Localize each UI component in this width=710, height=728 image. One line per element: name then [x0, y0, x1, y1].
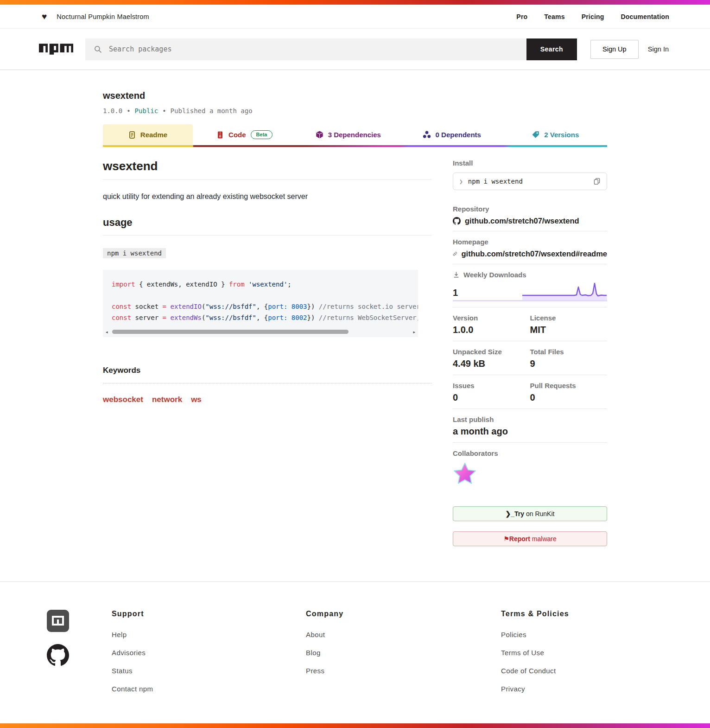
license-label: License: [530, 314, 608, 322]
copy-icon[interactable]: [593, 178, 601, 185]
total-files-value: 9: [530, 358, 608, 369]
footer-columns: SupportHelpAdvisoriesStatusContact npmCo…: [112, 610, 710, 723]
tab-readme[interactable]: Readme: [103, 124, 193, 145]
install-snippet: npm i wsextend: [103, 248, 166, 258]
footer-link[interactable]: About: [306, 631, 501, 639]
tab-dependencies[interactable]: 3 Dependencies: [297, 124, 400, 145]
site-name: Nocturnal Pumpkin Maelstrom: [57, 13, 149, 20]
homepage-link[interactable]: github.com/stretch07/wsextend#readme: [461, 249, 607, 258]
repository-section: Repository github.com/stretch07/wsextend: [453, 198, 607, 231]
search-form: Search: [85, 38, 577, 60]
version-license-section: Version 1.0.0 License MIT: [453, 307, 607, 341]
top-gradient-bar: [0, 0, 710, 5]
nav-teams[interactable]: Teams: [544, 13, 564, 20]
keyword-link[interactable]: ws: [191, 395, 202, 404]
footer-link[interactable]: Blog: [306, 649, 501, 657]
sign-in-link[interactable]: Sign In: [648, 45, 669, 53]
try-on-runkit-button[interactable]: ❯_Try on RunKit: [453, 506, 607, 521]
footer-link[interactable]: Code of Conduct: [501, 667, 710, 675]
bottom-gradient-bar: [0, 723, 710, 728]
package-version: 1.0.0: [103, 107, 122, 115]
github-footer-icon[interactable]: [47, 644, 69, 666]
footer-link[interactable]: Status: [112, 667, 306, 675]
beta-badge: Beta: [251, 130, 273, 139]
report-malware-button[interactable]: ⚑Report malware: [453, 531, 607, 546]
license-value: MIT: [530, 325, 608, 335]
footer-link[interactable]: Advisories: [112, 649, 306, 657]
code-block: import { extendWs, extendIO } from 'wsex…: [103, 270, 418, 337]
install-command: npm i wsextend: [468, 178, 523, 185]
scroll-left-arrow[interactable]: ◂: [106, 329, 108, 335]
package-tabs: Readme Code Beta 3 Dependencies: [103, 124, 607, 145]
package-name: wsextend: [103, 90, 607, 101]
footer-column-title: Terms & Policies: [501, 610, 710, 618]
search-box: [85, 38, 526, 60]
install-section: Install ❯ npm i wsextend: [453, 156, 607, 198]
size-files-section: Unpacked Size 4.49 kB Total Files 9: [453, 341, 607, 375]
footer-link[interactable]: Policies: [501, 631, 710, 639]
readme-description: quick utility for extending an already e…: [103, 192, 432, 201]
search-input[interactable]: [108, 45, 526, 54]
collaborator-avatar[interactable]: [453, 462, 477, 486]
downloads-baseline: [453, 300, 607, 301]
downloads-section: Weekly Downloads 1: [453, 264, 607, 307]
code-horizontal-scrollbar[interactable]: ◂ ▸: [106, 329, 415, 335]
readme-file-icon: [128, 131, 136, 139]
keywords-list: websocketnetworkws: [103, 395, 432, 404]
tab-versions[interactable]: 2 Versions: [504, 124, 608, 145]
main-content: wsextend 1.0.0•Public•Published a month …: [0, 70, 710, 581]
install-label: Install: [453, 159, 607, 167]
package-visibility: Public: [135, 107, 158, 115]
last-publish-section: Last publish a month ago: [453, 409, 607, 443]
footer-column: SupportHelpAdvisoriesStatusContact npm: [112, 610, 306, 723]
npm-footer-icon[interactable]: [47, 610, 69, 632]
last-publish-value: a month ago: [453, 426, 607, 437]
package-sidebar: Install ❯ npm i wsextend Repository: [453, 156, 607, 546]
tab-code[interactable]: Code Beta: [193, 124, 297, 145]
download-icon: [453, 271, 460, 278]
nav-pro[interactable]: Pro: [516, 13, 527, 20]
nav-pricing[interactable]: Pricing: [582, 13, 604, 20]
heart-icon: ♥: [42, 12, 47, 21]
footer-link[interactable]: Contact npm: [112, 685, 306, 693]
downloads-value: 1: [453, 287, 458, 298]
pull-requests-label: Pull Requests: [530, 382, 608, 390]
collaborators-label: Collaborators: [453, 449, 607, 457]
cubes-icon: [423, 131, 431, 139]
footer-link[interactable]: Press: [306, 667, 501, 675]
footer-column-title: Company: [306, 610, 501, 618]
install-command-box[interactable]: ❯ npm i wsextend: [453, 172, 607, 190]
sign-up-button[interactable]: Sign Up: [590, 40, 639, 59]
downloads-sparkline: [522, 280, 607, 300]
search-button[interactable]: Search: [526, 38, 577, 60]
scrollbar-thumb[interactable]: [112, 330, 349, 334]
footer-column: Terms & PoliciesPoliciesTerms of UseCode…: [501, 610, 710, 723]
nav-documentation[interactable]: Documentation: [621, 13, 670, 20]
pull-requests-value: 0: [530, 392, 608, 403]
issues-prs-section: Issues 0 Pull Requests 0: [453, 375, 607, 409]
usage-heading: usage: [103, 217, 432, 236]
keywords-heading: Keywords: [103, 366, 432, 383]
flag-icon: ⚑: [503, 535, 509, 543]
footer-link[interactable]: Help: [112, 631, 306, 639]
keyword-link[interactable]: websocket: [103, 395, 143, 404]
tab-dependents[interactable]: 0 Dependents: [400, 124, 504, 145]
footer-link[interactable]: Privacy: [501, 685, 710, 693]
keyword-link[interactable]: network: [152, 395, 182, 404]
footer-link[interactable]: Terms of Use: [501, 649, 710, 657]
cube-icon: [316, 131, 323, 139]
homepage-label: Homepage: [453, 238, 607, 246]
unpacked-size-value: 4.49 kB: [453, 358, 530, 369]
version-label: Version: [453, 314, 530, 322]
total-files-label: Total Files: [530, 348, 608, 356]
unpacked-size-label: Unpacked Size: [453, 348, 530, 356]
footer-column-title: Support: [112, 610, 306, 618]
scroll-right-arrow[interactable]: ▸: [413, 329, 415, 335]
repository-link[interactable]: github.com/stretch07/wsextend: [465, 217, 579, 225]
tag-icon: [532, 131, 539, 139]
github-icon: [453, 217, 461, 225]
readme-content: wsextend quick utility for extending an …: [103, 156, 432, 546]
last-publish-label: Last publish: [453, 415, 607, 423]
npm-logo[interactable]: [39, 44, 73, 55]
package-meta: 1.0.0•Public•Published a month ago: [103, 107, 607, 115]
